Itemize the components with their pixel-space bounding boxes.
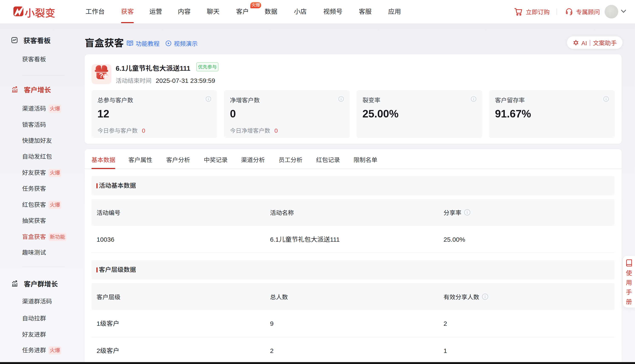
svg-text:?: ? <box>99 72 103 79</box>
